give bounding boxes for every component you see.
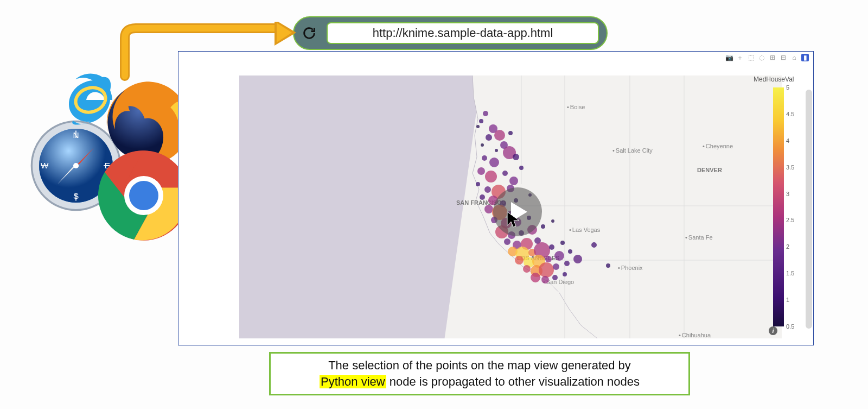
colorbar-tick: 1 xyxy=(786,297,789,303)
colorbar-tick: 0.5 xyxy=(786,323,794,330)
data-point[interactable] xyxy=(482,155,487,161)
browser-address-bar: http://knime.sample-data-app.html xyxy=(293,16,608,50)
data-point[interactable] xyxy=(541,276,549,284)
data-point[interactable] xyxy=(551,219,554,223)
colorbar-tick: 3 xyxy=(786,191,789,197)
data-point[interactable] xyxy=(545,256,552,262)
data-point[interactable] xyxy=(513,154,519,160)
colorbar-tick: 1.5 xyxy=(786,270,794,276)
data-point[interactable] xyxy=(485,171,497,183)
app-viewport: 📷 ＋ ⬚ ◌ ⊞ ⊟ ⌂ ▮ BoiseSalt Lake CityCheye… xyxy=(178,51,814,345)
browser-icons-cluster: N S W E xyxy=(30,71,198,244)
data-point[interactable] xyxy=(552,275,558,280)
svg-text:N: N xyxy=(73,130,79,140)
data-point[interactable] xyxy=(541,224,545,229)
data-point[interactable] xyxy=(509,177,518,185)
scrollbar[interactable] xyxy=(806,90,812,329)
data-point[interactable] xyxy=(568,249,572,254)
plus-icon[interactable]: ＋ xyxy=(736,54,744,61)
data-point[interactable] xyxy=(484,186,491,193)
plotly-toolbar: 📷 ＋ ⬚ ◌ ⊞ ⊟ ⌂ ▮ xyxy=(725,54,809,61)
data-point[interactable] xyxy=(486,134,492,141)
internet-explorer-icon xyxy=(62,71,117,125)
caption-line2-rest: node is propagated to other visualizatio… xyxy=(386,375,640,388)
data-point[interactable] xyxy=(504,238,510,245)
colorbar: MedHouseVal 54.543.532.521.510.5 xyxy=(763,77,797,337)
data-point[interactable] xyxy=(495,149,498,152)
colorbar-tick: 3.5 xyxy=(786,164,794,171)
svg-text:S: S xyxy=(73,191,79,200)
data-point[interactable] xyxy=(564,261,570,266)
lasso-icon[interactable]: ◌ xyxy=(758,54,765,61)
caption-line1: The selection of the points on the map v… xyxy=(328,357,631,374)
data-point[interactable] xyxy=(480,194,485,200)
caption-line2: Python view node is propagated to other … xyxy=(320,374,640,390)
data-point[interactable] xyxy=(591,242,597,248)
data-point[interactable] xyxy=(477,167,485,175)
colorbar-tick: 4 xyxy=(786,137,789,144)
svg-text:W: W xyxy=(41,161,49,170)
bar-chart-icon[interactable]: ▮ xyxy=(801,54,809,61)
data-point[interactable] xyxy=(563,272,567,276)
data-point[interactable] xyxy=(476,182,480,186)
colorbar-tick: 2 xyxy=(786,243,789,250)
box-select-icon[interactable]: ⬚ xyxy=(747,54,755,61)
data-point[interactable] xyxy=(560,241,565,245)
data-point[interactable] xyxy=(483,111,488,116)
data-point[interactable] xyxy=(476,125,480,128)
cursor-icon xyxy=(506,210,522,229)
caption-box: The selection of the points on the map v… xyxy=(269,352,690,395)
url-field[interactable]: http://knime.sample-data-app.html xyxy=(327,22,599,44)
data-point[interactable] xyxy=(515,256,524,265)
colorbar-tick: 4.5 xyxy=(786,111,794,117)
colorbar-tick: 2.5 xyxy=(786,217,794,223)
data-point[interactable] xyxy=(573,255,582,263)
data-point[interactable] xyxy=(489,158,499,167)
data-point[interactable] xyxy=(553,263,559,270)
add-box-icon[interactable]: ⊞ xyxy=(769,54,776,61)
data-point[interactable] xyxy=(502,171,508,176)
remove-box-icon[interactable]: ⊟ xyxy=(780,54,787,61)
svg-point-21 xyxy=(129,181,158,210)
svg-point-15 xyxy=(73,163,79,168)
data-point[interactable] xyxy=(554,251,564,261)
data-point[interactable] xyxy=(539,262,554,278)
caption-highlight: Python view xyxy=(320,375,386,388)
colorbar-title: MedHouseVal xyxy=(754,75,794,83)
data-point[interactable] xyxy=(523,265,531,273)
home-icon[interactable]: ⌂ xyxy=(790,54,798,61)
data-point[interactable] xyxy=(519,166,524,170)
data-point[interactable] xyxy=(494,130,505,141)
svg-marker-1 xyxy=(277,23,292,42)
refresh-icon[interactable] xyxy=(302,26,317,41)
data-point[interactable] xyxy=(531,273,540,282)
data-point[interactable] xyxy=(508,131,513,135)
colorbar-tick: 5 xyxy=(786,84,789,91)
camera-icon[interactable]: 📷 xyxy=(725,54,733,61)
data-point[interactable] xyxy=(549,244,554,250)
data-point[interactable] xyxy=(479,119,483,123)
data-point[interactable] xyxy=(606,263,610,268)
data-point[interactable] xyxy=(481,143,484,147)
